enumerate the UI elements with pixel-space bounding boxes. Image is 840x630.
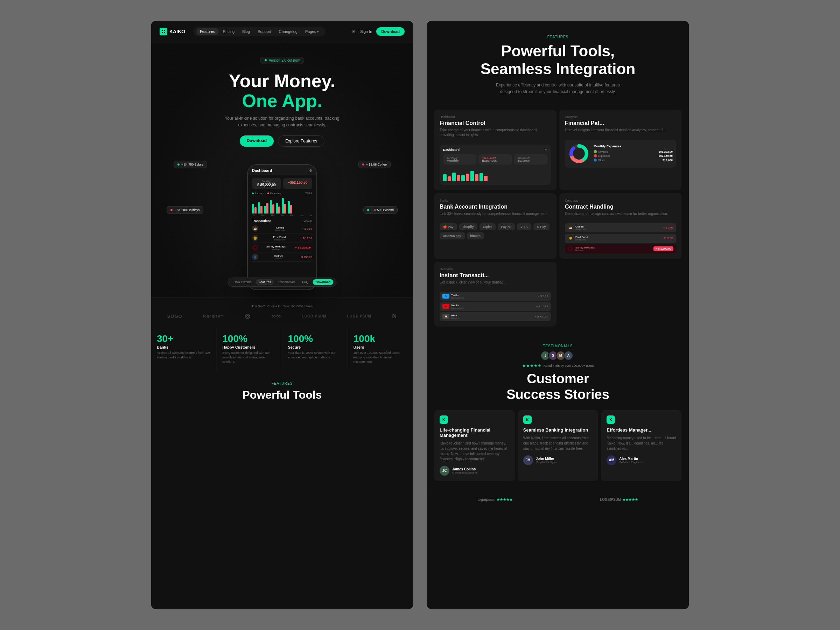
- clothes-icon: 👗: [252, 254, 258, 260]
- version-badge: Version 2.0 out now: [260, 57, 304, 64]
- logo-n: N: [392, 313, 397, 320]
- nav-links: Features Pricing Blog Support Changelog …: [194, 27, 325, 36]
- features-tag-right: Features: [441, 35, 675, 39]
- shopify: shopify: [459, 223, 477, 230]
- mini-dashboard: Dashboard ⚙ $3,499,00 Monthly −$62,190,6…: [440, 145, 551, 185]
- nav-logo[interactable]: KAIKO: [159, 28, 185, 35]
- testimonials-title: CustomerSuccess Stories: [434, 371, 682, 403]
- donut-chart: [568, 143, 589, 164]
- svg-rect-3: [164, 32, 165, 33]
- sign-in-link[interactable]: Sign In: [360, 29, 372, 33]
- logo-ipsum1: logoipsum: [203, 314, 224, 318]
- balance-earnings-card: Earnings $ 85,222,00: [252, 178, 281, 189]
- coffee-ci-icon: ☕: [568, 225, 573, 231]
- rating-row: ★★★★★ Rated 4.8/5 by over 100,000+ users: [434, 363, 682, 368]
- holidays-icon: ✈: [252, 244, 258, 251]
- avatar-4: A: [564, 351, 573, 360]
- transaction-holidays: ✈ Sunny Holidays Holidays − $ 1,200,00: [252, 243, 312, 253]
- features-header: Features Powerful Tools,Seamless Integra…: [427, 21, 689, 103]
- svg-rect-2: [162, 32, 163, 33]
- analytics-visual: Monthly Expenses 🟢 Savings $85,222,00 🔴 …: [565, 140, 676, 167]
- logo-ipsum3: LOGEIPSUM: [347, 314, 371, 318]
- tc-icon-2: K: [523, 415, 532, 424]
- contract-fastfood: 🍔 Fast Food Restaurant − $ 12,99: [565, 234, 676, 243]
- view-all-link[interactable]: View All: [304, 220, 312, 222]
- transaction-fastfood: 🍔 Fast Food Restaurant − $ 12,99: [252, 234, 312, 243]
- nav-pages[interactable]: Pages: [302, 28, 322, 35]
- sec-nav-features[interactable]: Features: [256, 279, 274, 285]
- visa: VISA: [517, 223, 531, 230]
- year-filter[interactable]: Year ▾: [305, 192, 312, 194]
- phone-mockup: Dashboard ⚙ Earnings $ 85,222,00 −$52,15…: [247, 164, 317, 290]
- mini-chart: [443, 167, 547, 181]
- balance-expenses-card: −$52,150,50: [283, 178, 312, 189]
- phone-dashboard-header: Dashboard ⚙: [248, 165, 316, 175]
- features-title: Powerful Tools: [159, 388, 404, 401]
- overview-twitter: 𝕏 Twitter Subscriptions − $ 9,99: [440, 292, 551, 301]
- chip-salary: + $4,750 Salary: [174, 161, 207, 168]
- tc-icon-1: K: [440, 415, 448, 424]
- card-contracts: Contracts Contract Handling Centralize a…: [559, 193, 682, 259]
- features-subtitle: Experience efficiency and control with o…: [488, 82, 628, 95]
- card-banks: Banks Bank Account Integration Link 30+ …: [434, 193, 556, 259]
- card-analytics: Analytics Financial Pat... Unravel insig…: [559, 109, 682, 190]
- nav-blog[interactable]: Blog: [239, 28, 253, 35]
- nav-right: ☀ Sign In Download: [351, 27, 404, 36]
- chip-holidays: − $1,200 Holidays: [167, 206, 203, 214]
- testimonials-tag: Testimonials: [434, 344, 682, 348]
- chip-dot: [177, 163, 180, 166]
- secondary-nav: How it works Features Testimonials FAQ D…: [227, 278, 336, 287]
- netflix-icon: N: [442, 304, 449, 309]
- stat-customers: 100% Happy Customers Every customer deli…: [217, 327, 282, 371]
- transaction-clothes: 👗 Clothes Fashion − $ 250,00: [252, 253, 312, 262]
- hero-section: Version 2.0 out now Your Money. One App.…: [151, 43, 413, 297]
- stars: ★★★★★: [522, 363, 542, 368]
- footer-logos: logoipsum ★★★★★ LOGEIPSUM ★★★★★: [427, 492, 689, 507]
- footer-logo-2: LOGEIPSUM ★★★★★: [600, 498, 638, 502]
- chip-coffee: − $3,08 Coffee: [358, 161, 391, 168]
- fastfood-icon: 🍔: [252, 235, 258, 241]
- hero-title: Your Money. One App.: [159, 71, 404, 111]
- contract-coffee: ☕ Coffee Restaurant − $ 3,99: [565, 223, 676, 232]
- phone-settings-icon: ⚙: [309, 169, 312, 172]
- testimonials-header: Testimonials J S M A ★★★★★ Rated 4.8/5 b…: [434, 344, 682, 403]
- chip-dividend: + $250 Dividend: [363, 206, 398, 214]
- transactions-header: Transactions View All: [252, 219, 312, 223]
- coffee-icon: ☕: [252, 226, 258, 232]
- transaction-coffee: ☕ Coffee Restaurant − $ 3,99: [252, 224, 312, 234]
- legend-expenses: Expenses: [267, 192, 281, 194]
- theme-icon[interactable]: ☀: [351, 29, 356, 34]
- nav-pricing[interactable]: Pricing: [219, 28, 238, 35]
- sec-nav-download[interactable]: Download: [313, 279, 333, 285]
- sec-nav-faq[interactable]: FAQ: [300, 279, 311, 285]
- paypal: PayPal: [498, 223, 515, 230]
- hero-explore-button[interactable]: Explore Features: [278, 136, 324, 147]
- hero-subtitle: Your all-in-one solution for organizing …: [223, 115, 342, 128]
- nav-changelog[interactable]: Changelog: [275, 28, 301, 35]
- svg-rect-0: [162, 30, 163, 31]
- nav-features[interactable]: Features: [196, 28, 218, 35]
- sec-nav-howit[interactable]: How it works: [231, 279, 254, 285]
- sec-nav-testimonials[interactable]: Testimonials: [275, 279, 298, 285]
- hero-download-button[interactable]: Download: [240, 136, 274, 147]
- holidays-ci-icon: ✈: [568, 246, 573, 252]
- legend-earnings: Earnings: [252, 192, 265, 194]
- contract-items: ☕ Coffee Restaurant − $ 3,99 🍔 F: [565, 223, 676, 253]
- feature-cards-grid: Dashboard Financial Control Take charge …: [427, 103, 689, 333]
- testimonials-section: Testimonials J S M A ★★★★★ Rated 4.8/5 b…: [427, 333, 689, 492]
- nav-support[interactable]: Support: [254, 28, 275, 35]
- left-panel: KAIKO Features Pricing Blog Support Chan…: [151, 21, 413, 609]
- contract-holidays: ✈ Sunny Holidays Holidays − $ 1,200,00: [565, 244, 676, 253]
- bitcoin: bitcoin: [467, 232, 485, 239]
- nav-download-button[interactable]: Download: [376, 27, 404, 36]
- author-avatar-3: AM: [606, 455, 616, 465]
- chip-dot: [367, 209, 369, 211]
- avatars-row: J S M A: [434, 351, 682, 360]
- testimonial-3: K Effortless Manager... Managing money u…: [601, 410, 682, 481]
- testimonial-1: K Life-changing Financial Management Kai…: [434, 410, 515, 481]
- testimonial-cards: K Life-changing Financial Management Kai…: [434, 410, 682, 481]
- footer-logo-1: logoipsum ★★★★★: [478, 498, 513, 502]
- logos-section: The Go-To Choice for Over 100,000+ Users…: [151, 297, 413, 327]
- overview-items: 𝕏 Twitter Subscriptions − $ 9,99 N: [440, 292, 551, 321]
- stat-secure: 100% Secure Your data is 100% secure wit…: [283, 327, 347, 371]
